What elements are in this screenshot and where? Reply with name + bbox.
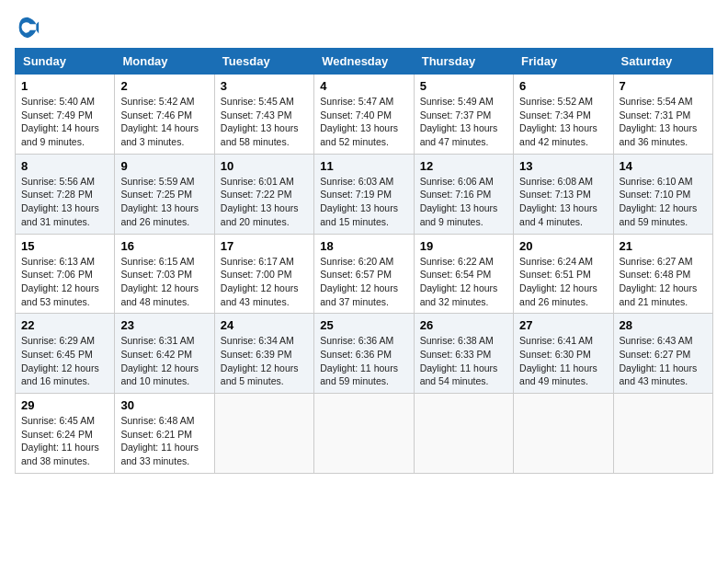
- day-info: Sunrise: 6:43 AMSunset: 6:27 PMDaylight:…: [620, 335, 698, 386]
- table-row: [214, 394, 313, 474]
- table-row: 14 Sunrise: 6:10 AMSunset: 7:10 PMDaylig…: [613, 154, 712, 234]
- day-info: Sunrise: 5:59 AMSunset: 7:25 PMDaylight:…: [120, 176, 199, 227]
- col-monday: Monday: [115, 49, 214, 75]
- day-number: 20: [519, 239, 607, 253]
- table-row: 23 Sunrise: 6:31 AMSunset: 6:42 PMDaylig…: [115, 314, 214, 394]
- day-info: Sunrise: 6:15 AMSunset: 7:03 PMDaylight:…: [120, 256, 199, 307]
- day-number: 2: [120, 79, 208, 93]
- table-row: [613, 394, 712, 474]
- col-tuesday: Tuesday: [214, 49, 313, 75]
- day-number: 26: [420, 318, 507, 332]
- day-number: 28: [620, 318, 707, 332]
- day-info: Sunrise: 6:08 AMSunset: 7:13 PMDaylight:…: [519, 176, 597, 227]
- day-number: 15: [21, 239, 108, 253]
- day-info: Sunrise: 6:31 AMSunset: 6:42 PMDaylight:…: [120, 335, 199, 386]
- table-row: 25 Sunrise: 6:36 AMSunset: 6:36 PMDaylig…: [314, 314, 414, 394]
- day-info: Sunrise: 6:45 AMSunset: 6:24 PMDaylight:…: [21, 415, 99, 466]
- day-info: Sunrise: 6:48 AMSunset: 6:21 PMDaylight:…: [120, 415, 199, 466]
- header-row: Sunday Monday Tuesday Wednesday Thursday…: [16, 49, 713, 75]
- table-row: 17 Sunrise: 6:17 AMSunset: 7:00 PMDaylig…: [214, 234, 313, 314]
- col-thursday: Thursday: [414, 49, 513, 75]
- table-row: 30 Sunrise: 6:48 AMSunset: 6:21 PMDaylig…: [115, 394, 214, 474]
- day-number: 14: [620, 159, 707, 173]
- day-number: 23: [120, 318, 208, 332]
- day-number: 22: [21, 318, 108, 332]
- table-row: 4 Sunrise: 5:47 AMSunset: 7:40 PMDayligh…: [314, 75, 414, 155]
- day-number: 18: [320, 239, 407, 253]
- day-info: Sunrise: 5:42 AMSunset: 7:46 PMDaylight:…: [120, 96, 199, 147]
- day-info: Sunrise: 6:17 AMSunset: 7:00 PMDaylight:…: [221, 256, 299, 307]
- page-header: [15, 15, 713, 40]
- day-info: Sunrise: 6:22 AMSunset: 6:54 PMDaylight:…: [420, 256, 498, 307]
- table-row: 1 Sunrise: 5:40 AMSunset: 7:49 PMDayligh…: [16, 75, 115, 155]
- day-number: 29: [21, 398, 108, 412]
- day-number: 17: [221, 239, 308, 253]
- day-number: 25: [320, 318, 407, 332]
- calendar-week-row: 1 Sunrise: 5:40 AMSunset: 7:49 PMDayligh…: [16, 75, 713, 155]
- table-row: 8 Sunrise: 5:56 AMSunset: 7:28 PMDayligh…: [16, 154, 115, 234]
- day-info: Sunrise: 6:38 AMSunset: 6:33 PMDaylight:…: [420, 335, 498, 386]
- day-info: Sunrise: 5:49 AMSunset: 7:37 PMDaylight:…: [420, 96, 498, 147]
- table-row: 11 Sunrise: 6:03 AMSunset: 7:19 PMDaylig…: [314, 154, 414, 234]
- col-friday: Friday: [514, 49, 613, 75]
- table-row: 15 Sunrise: 6:13 AMSunset: 7:06 PMDaylig…: [16, 234, 115, 314]
- day-info: Sunrise: 6:13 AMSunset: 7:06 PMDaylight:…: [21, 256, 99, 307]
- day-info: Sunrise: 5:45 AMSunset: 7:43 PMDaylight:…: [221, 96, 299, 147]
- day-number: 30: [120, 398, 208, 412]
- day-info: Sunrise: 6:01 AMSunset: 7:22 PMDaylight:…: [221, 176, 299, 227]
- calendar-week-row: 22 Sunrise: 6:29 AMSunset: 6:45 PMDaylig…: [16, 314, 713, 394]
- day-number: 16: [120, 239, 208, 253]
- table-row: 24 Sunrise: 6:34 AMSunset: 6:39 PMDaylig…: [214, 314, 313, 394]
- day-info: Sunrise: 6:10 AMSunset: 7:10 PMDaylight:…: [620, 176, 698, 227]
- day-number: 21: [620, 239, 707, 253]
- day-info: Sunrise: 5:47 AMSunset: 7:40 PMDaylight:…: [320, 96, 398, 147]
- calendar-week-row: 15 Sunrise: 6:13 AMSunset: 7:06 PMDaylig…: [16, 234, 713, 314]
- day-number: 1: [21, 79, 108, 93]
- table-row: 3 Sunrise: 5:45 AMSunset: 7:43 PMDayligh…: [214, 75, 313, 155]
- day-number: 24: [221, 318, 308, 332]
- day-info: Sunrise: 6:34 AMSunset: 6:39 PMDaylight:…: [221, 335, 299, 386]
- day-number: 11: [320, 159, 407, 173]
- table-row: 29 Sunrise: 6:45 AMSunset: 6:24 PMDaylig…: [16, 394, 115, 474]
- table-row: 6 Sunrise: 5:52 AMSunset: 7:34 PMDayligh…: [514, 75, 613, 155]
- day-number: 10: [221, 159, 308, 173]
- day-info: Sunrise: 6:20 AMSunset: 6:57 PMDaylight:…: [320, 256, 398, 307]
- day-info: Sunrise: 5:56 AMSunset: 7:28 PMDaylight:…: [21, 176, 99, 227]
- day-info: Sunrise: 6:27 AMSunset: 6:48 PMDaylight:…: [620, 256, 698, 307]
- table-row: 9 Sunrise: 5:59 AMSunset: 7:25 PMDayligh…: [115, 154, 214, 234]
- day-info: Sunrise: 6:36 AMSunset: 6:36 PMDaylight:…: [320, 335, 398, 386]
- day-info: Sunrise: 6:41 AMSunset: 6:30 PMDaylight:…: [519, 335, 597, 386]
- table-row: 19 Sunrise: 6:22 AMSunset: 6:54 PMDaylig…: [414, 234, 513, 314]
- calendar-week-row: 8 Sunrise: 5:56 AMSunset: 7:28 PMDayligh…: [16, 154, 713, 234]
- calendar-table: Sunday Monday Tuesday Wednesday Thursday…: [15, 48, 713, 474]
- day-number: 5: [420, 79, 507, 93]
- col-saturday: Saturday: [613, 49, 712, 75]
- day-number: 9: [120, 159, 208, 173]
- day-info: Sunrise: 5:40 AMSunset: 7:49 PMDaylight:…: [21, 96, 99, 147]
- table-row: 18 Sunrise: 6:20 AMSunset: 6:57 PMDaylig…: [314, 234, 414, 314]
- day-info: Sunrise: 6:03 AMSunset: 7:19 PMDaylight:…: [320, 176, 398, 227]
- col-wednesday: Wednesday: [314, 49, 414, 75]
- day-number: 19: [420, 239, 507, 253]
- day-number: 27: [519, 318, 607, 332]
- day-number: 7: [620, 79, 707, 93]
- day-info: Sunrise: 6:06 AMSunset: 7:16 PMDaylight:…: [420, 176, 498, 227]
- table-row: 27 Sunrise: 6:41 AMSunset: 6:30 PMDaylig…: [514, 314, 613, 394]
- table-row: 21 Sunrise: 6:27 AMSunset: 6:48 PMDaylig…: [613, 234, 712, 314]
- day-number: 12: [420, 159, 507, 173]
- table-row: [314, 394, 414, 474]
- calendar-week-row: 29 Sunrise: 6:45 AMSunset: 6:24 PMDaylig…: [16, 394, 713, 474]
- table-row: 22 Sunrise: 6:29 AMSunset: 6:45 PMDaylig…: [16, 314, 115, 394]
- table-row: 2 Sunrise: 5:42 AMSunset: 7:46 PMDayligh…: [115, 75, 214, 155]
- day-number: 4: [320, 79, 407, 93]
- day-info: Sunrise: 6:29 AMSunset: 6:45 PMDaylight:…: [21, 335, 99, 386]
- col-sunday: Sunday: [16, 49, 115, 75]
- table-row: 16 Sunrise: 6:15 AMSunset: 7:03 PMDaylig…: [115, 234, 214, 314]
- day-info: Sunrise: 5:52 AMSunset: 7:34 PMDaylight:…: [519, 96, 597, 147]
- table-row: 13 Sunrise: 6:08 AMSunset: 7:13 PMDaylig…: [514, 154, 613, 234]
- table-row: 5 Sunrise: 5:49 AMSunset: 7:37 PMDayligh…: [414, 75, 513, 155]
- day-info: Sunrise: 6:24 AMSunset: 6:51 PMDaylight:…: [519, 256, 597, 307]
- table-row: 7 Sunrise: 5:54 AMSunset: 7:31 PMDayligh…: [613, 75, 712, 155]
- table-row: 26 Sunrise: 6:38 AMSunset: 6:33 PMDaylig…: [414, 314, 513, 394]
- table-row: 12 Sunrise: 6:06 AMSunset: 7:16 PMDaylig…: [414, 154, 513, 234]
